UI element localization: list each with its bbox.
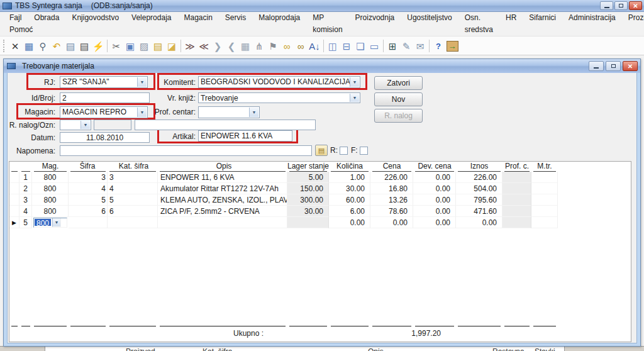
search-next-icon[interactable]: ∞: [294, 39, 308, 53]
chevron-down-icon[interactable]: ▼: [249, 108, 258, 117]
dialog-close-button[interactable]: ✕: [623, 61, 638, 71]
money-icon[interactable]: ▤: [151, 39, 165, 53]
ukupno-label: Ukupno :: [233, 327, 264, 340]
background-window-block: [0, 347, 45, 351]
printer-icon[interactable]: ▤: [77, 39, 91, 53]
col-dev-cena: Dev. cena: [413, 162, 456, 172]
col-mtr: M.tr.: [531, 162, 558, 172]
chevron-down-icon[interactable]: ▼: [137, 77, 147, 87]
id-broj-field[interactable]: 2: [60, 92, 150, 103]
vr-knjiz-combo[interactable]: Trebovanje ▼: [198, 92, 360, 103]
toolbar-separator: [323, 40, 324, 52]
table-row[interactable]: 480066ZICA P/F, 2.5mm2 - CRVENA30.006.00…: [9, 206, 631, 217]
note-button[interactable]: ▤: [315, 145, 328, 156]
mag-cell-combo[interactable]: 800▼: [33, 218, 67, 228]
komitent-combo[interactable]: BEOGRADSKI VODOVOD I KANALIZACIJA ▼: [198, 76, 360, 88]
minimize-button[interactable]: [600, 1, 613, 10]
artikal-label: Artikal:: [160, 132, 196, 141]
dialog-titlebar[interactable]: Trebovanje materijala ✕: [4, 59, 640, 73]
copy-icon[interactable]: ▣: [123, 39, 137, 53]
cascade-windows-icon[interactable]: ❏: [353, 39, 367, 53]
chevron-down-icon[interactable]: ▼: [137, 108, 147, 117]
chevron-down-icon[interactable]: ▼: [52, 218, 61, 227]
menu-proizvodnja[interactable]: Proizvodnja: [349, 12, 401, 24]
menu-administracija[interactable]: Administracija: [562, 12, 622, 24]
menu-fajl[interactable]: Fajl: [3, 12, 28, 24]
menu-ugostiteljstvo[interactable]: Ugostiteljstvo: [401, 12, 458, 24]
cut-icon[interactable]: ✂: [109, 39, 123, 53]
nov-button[interactable]: Nov: [374, 92, 423, 106]
rj-combo[interactable]: SZR "SANJA" ▼: [60, 76, 148, 88]
menu-mp-komision[interactable]: MP komision: [306, 12, 348, 24]
datum-field[interactable]: 11.08.2010: [60, 132, 150, 143]
magacin-combo[interactable]: MAGACIN REPRO ▼: [60, 106, 148, 118]
menu-pomoc[interactable]: Pomoć: [3, 24, 39, 36]
first-record-icon[interactable]: ≪: [197, 39, 211, 53]
chevron-down-icon[interactable]: ▼: [350, 94, 359, 102]
eraser-icon[interactable]: ◪: [165, 39, 179, 53]
r-checkbox[interactable]: [340, 147, 348, 155]
lightning-icon[interactable]: ⚡: [91, 39, 105, 53]
flag-icon[interactable]: ⚑: [266, 39, 280, 53]
ozn-field[interactable]: [135, 120, 316, 130]
napomena-label: Napomena:: [11, 147, 55, 155]
tile-horizontal-icon[interactable]: ⊟: [340, 39, 353, 53]
f-checkbox[interactable]: [360, 147, 368, 155]
single-window-icon[interactable]: ▭: [367, 39, 381, 53]
next-record-icon[interactable]: ❯: [211, 39, 225, 53]
close-icon[interactable]: ✕: [8, 39, 22, 53]
last-record-icon[interactable]: ≫: [183, 39, 197, 53]
prev-record-icon[interactable]: ❮: [225, 39, 238, 53]
magacin-value: MAGACIN REPRO: [62, 108, 126, 116]
table-row[interactable]: 280044Akumulator Rittar RT1272 12V-7Ah15…: [9, 183, 631, 194]
chevron-down-icon[interactable]: ▼: [80, 121, 90, 129]
tree-view-icon[interactable]: ⋔: [252, 39, 266, 53]
exit-door-icon[interactable]: →: [445, 39, 459, 53]
tile-vertical-icon[interactable]: ◫: [326, 39, 340, 53]
r-nalog-combo[interactable]: ▼: [60, 120, 91, 130]
active-row-marker: ▶: [9, 217, 19, 228]
zatvori-button[interactable]: Zatvori: [374, 76, 423, 90]
menu-hr[interactable]: HR: [499, 12, 523, 24]
dialog-restore-button[interactable]: [606, 61, 621, 71]
napomena-field[interactable]: [60, 145, 312, 156]
f-checkbox-label: F:: [351, 146, 358, 155]
help-icon[interactable]: ?: [431, 39, 445, 53]
table-row[interactable]: 180033ENPOWER 11, 6 KVA5.001.00226.000.0…: [9, 172, 631, 183]
bg-col-proizvod: Proizvod: [126, 347, 155, 351]
toolbar: ✕ ▦ ⚲ ↶ ▤ ▤ ⚡ ✂ ▣ ▨ ▤ ◪ ≫ ≪ ❯ ❮ ▦ ⋔ ⚑ ∞ …: [0, 36, 644, 55]
table-row-active[interactable]: ▶ 5 800▼ 0.00 0.00 0.00 0.00: [9, 217, 631, 228]
prof-centar-combo[interactable]: ▼: [198, 106, 260, 118]
print-preview-icon[interactable]: ⚲: [36, 39, 50, 53]
grid-view-icon[interactable]: ▦: [238, 39, 252, 53]
table-row[interactable]: 380055KLEMA AUTO, ZENSKA, IZOL., PLAVA30…: [9, 194, 631, 206]
menu-knjigovodstvo[interactable]: Knjigovodstvo: [65, 12, 125, 24]
col-rownum: [19, 162, 32, 172]
message-icon[interactable]: ✉: [413, 39, 427, 53]
r-nalog-button[interactable]: R. nalog: [374, 109, 423, 123]
paste-icon[interactable]: ▨: [137, 39, 151, 53]
save-icon[interactable]: ▦: [22, 39, 36, 53]
toolbar-grip[interactable]: [3, 40, 6, 52]
menu-veleprodaja[interactable]: Veleprodaja: [125, 12, 177, 24]
print-document-icon[interactable]: ▤: [64, 39, 77, 53]
close-button[interactable]: ✕: [629, 1, 642, 10]
calculator-icon[interactable]: ⊞: [386, 39, 399, 53]
menu-servis[interactable]: Servis: [219, 12, 252, 24]
sort-az-icon[interactable]: A↓: [308, 39, 321, 53]
magacin-label: Magacin:: [11, 108, 55, 116]
datum-label: Datum:: [11, 133, 55, 142]
undo-icon[interactable]: ↶: [50, 39, 64, 53]
menu-osn-sredstva[interactable]: Osn. sredstva: [458, 12, 499, 24]
artikal-field[interactable]: ENPOWER 11.6 KVA: [198, 130, 292, 142]
dialog-minimize-button[interactable]: [589, 61, 604, 71]
menu-maloprodaja[interactable]: Maloprodaja: [252, 12, 306, 24]
menu-obrada[interactable]: Obrada: [28, 12, 65, 24]
restore-button[interactable]: [614, 1, 628, 10]
search-icon[interactable]: ∞: [280, 39, 294, 53]
menu-prozor[interactable]: Prozor: [622, 12, 644, 24]
menu-magacin[interactable]: Magacin: [177, 12, 218, 24]
menu-sifarnici[interactable]: Sifarnici: [523, 12, 562, 24]
notes-icon[interactable]: ✎: [399, 39, 413, 53]
chevron-down-icon[interactable]: ▼: [350, 77, 359, 87]
